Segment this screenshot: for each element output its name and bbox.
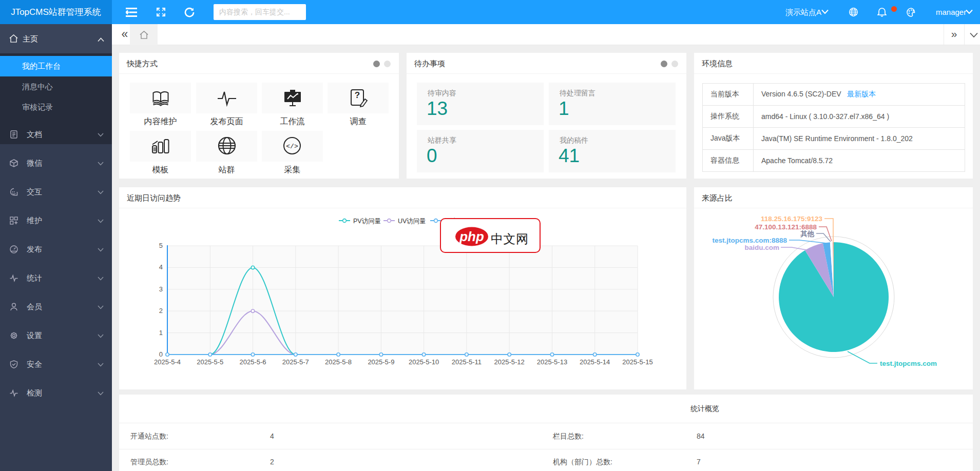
svg-text:118.25.16.175:9123: 118.25.16.175:9123: [761, 215, 823, 223]
svg-text:0: 0: [159, 350, 163, 358]
svg-text:baidu.com: baidu.com: [744, 244, 779, 251]
svg-text:5: 5: [159, 242, 163, 249]
svg-text:</>: </>: [286, 143, 298, 150]
svg-text:test.jtopcms.com: test.jtopcms.com: [880, 360, 937, 367]
svg-text:其他: 其他: [800, 230, 815, 238]
svg-text:2025-5-11: 2025-5-11: [452, 358, 482, 366]
svg-text:2025-5-15: 2025-5-15: [622, 358, 652, 366]
svg-text:2025-5-6: 2025-5-6: [239, 358, 266, 366]
svg-text:UV访问量: UV访问量: [398, 218, 426, 225]
svg-text:中文网: 中文网: [491, 232, 529, 246]
svg-text:2025-5-14: 2025-5-14: [580, 358, 610, 366]
svg-text:3: 3: [159, 285, 163, 293]
svg-text:2025-5-8: 2025-5-8: [325, 358, 352, 366]
svg-text:2025-5-4: 2025-5-4: [154, 358, 181, 366]
svg-text:1: 1: [159, 329, 163, 337]
svg-text:2025-5-12: 2025-5-12: [494, 358, 525, 366]
svg-text:2025-5-7: 2025-5-7: [282, 358, 309, 366]
svg-text:2025-5-5: 2025-5-5: [197, 358, 223, 366]
svg-text:2025-5-13: 2025-5-13: [537, 358, 567, 366]
svg-text:test.jtopcms.com:8888: test.jtopcms.com:8888: [712, 237, 787, 244]
svg-text:php: php: [459, 229, 484, 244]
svg-text:2025-5-9: 2025-5-9: [368, 358, 394, 366]
svg-text:?: ?: [354, 90, 359, 100]
svg-text:2025-5-10: 2025-5-10: [409, 358, 439, 366]
svg-text:PV访问量: PV访问量: [353, 218, 381, 225]
svg-text:4: 4: [159, 263, 163, 271]
svg-text:2: 2: [159, 307, 163, 315]
